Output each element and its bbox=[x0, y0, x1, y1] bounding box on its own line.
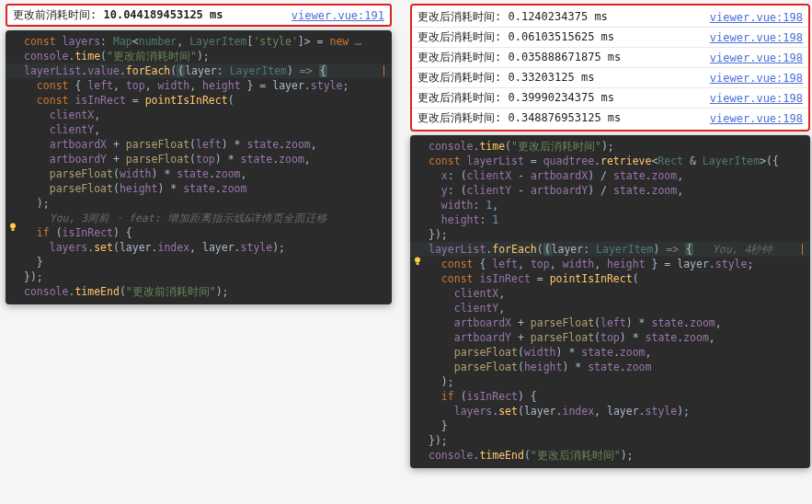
code-line: layerList.forEach((layer: LayerItem) => … bbox=[410, 242, 810, 257]
code-line: parseFloat(width) * state.zoom, bbox=[410, 345, 810, 360]
bulb-icon[interactable] bbox=[7, 222, 18, 233]
code-line: artboardX + parseFloat(left) * state.zoo… bbox=[410, 315, 810, 330]
console-after-row: 更改后消耗时间: 0.348876953125 ms viewer.vue:19… bbox=[412, 109, 808, 128]
code-line: ); bbox=[6, 196, 392, 211]
console-before-source-link[interactable]: viewer.vue:191 bbox=[292, 9, 384, 22]
code-line: const layerList = quadtree.retrieve<Rect… bbox=[410, 154, 810, 168]
code-line: const { left, top, width, height } = lay… bbox=[410, 257, 810, 271]
console-after-row: 更改后消耗时间: 0.33203125 ms viewer.vue:198 bbox=[412, 68, 808, 88]
left-panel: 更改前消耗时间: 10.044189453125 ms viewer.vue:1… bbox=[0, 0, 397, 308]
code-line: parseFloat(width) * state.zoom, bbox=[6, 166, 392, 181]
code-line: } bbox=[410, 418, 810, 433]
console-after-row: 更改后消耗时间: 0.035888671875 ms viewer.vue:19… bbox=[412, 48, 808, 68]
right-panel: 更改后消耗时间: 0.1240234375 ms viewer.vue:198 … bbox=[401, 0, 812, 472]
console-after-source-link[interactable]: viewer.vue:198 bbox=[710, 11, 803, 24]
console-after-text: 更改后消耗时间: 0.39990234375 ms bbox=[417, 90, 614, 106]
console-after-source-link[interactable]: viewer.vue:198 bbox=[710, 72, 803, 85]
code-line: layerList.value.forEach((layer: LayerIte… bbox=[6, 63, 392, 78]
code-line: }); bbox=[410, 433, 810, 448]
console-after-box: 更改后消耗时间: 0.1240234375 ms viewer.vue:198 … bbox=[410, 4, 810, 132]
code-line: console.time("更改后消耗时间"); bbox=[410, 139, 810, 154]
git-blame-annotation: You, 3周前 · feat: 增加距离指示线&详情页全面迁移 bbox=[6, 211, 392, 225]
code-line: parseFloat(height) * state.zoom bbox=[6, 181, 392, 196]
code-line: width: 1, bbox=[410, 198, 810, 212]
console-after-row: 更改后消耗时间: 0.1240234375 ms viewer.vue:198 bbox=[412, 7, 808, 28]
code-line: ); bbox=[410, 374, 810, 389]
code-line: }); bbox=[410, 227, 810, 242]
code-line: console.timeEnd("更改后消耗时间"); bbox=[410, 448, 810, 463]
code-line: const isInRect = pointIsInRect( bbox=[410, 271, 810, 286]
code-line: const isInRect = pointIsInRect( bbox=[6, 93, 392, 108]
console-after-source-link[interactable]: viewer.vue:198 bbox=[710, 112, 803, 125]
code-line: }); bbox=[6, 269, 392, 284]
code-line: clientY, bbox=[410, 301, 810, 315]
code-line: const { left, top, width, height } = lay… bbox=[6, 78, 392, 93]
code-line: layers.set(layer.index, layer.style); bbox=[410, 404, 810, 418]
code-line: artboardY + parseFloat(top) * state.zoom… bbox=[410, 330, 810, 345]
code-line: height: 1 bbox=[410, 212, 810, 227]
code-line: clientX, bbox=[410, 286, 810, 301]
svg-point-0 bbox=[10, 223, 16, 229]
console-after-text: 更改后消耗时间: 0.348876953125 ms bbox=[417, 110, 621, 126]
svg-rect-1 bbox=[12, 229, 15, 232]
console-after-source-link[interactable]: viewer.vue:198 bbox=[710, 52, 803, 64]
code-line: clientX, bbox=[6, 108, 392, 122]
code-line: const layers: Map<number, LayerItem['sty… bbox=[6, 34, 392, 49]
code-line: if (isInRect) { bbox=[6, 225, 392, 240]
svg-point-2 bbox=[415, 258, 420, 263]
console-after-text: 更改后消耗时间: 0.33203125 ms bbox=[417, 70, 594, 86]
code-line: parseFloat(height) * state.zoom bbox=[410, 360, 810, 374]
console-before-text: 更改前消耗时间: 10.044189453125 ms bbox=[13, 7, 223, 23]
code-line: layers.set(layer.index, layer.style); bbox=[6, 240, 392, 255]
console-after-source-link[interactable]: viewer.vue:198 bbox=[710, 31, 803, 44]
console-before-row: 更改前消耗时间: 10.044189453125 ms viewer.vue:1… bbox=[6, 4, 392, 27]
code-line: console.time("更改前消耗时间"); bbox=[6, 49, 392, 63]
console-after-row: 更改后消耗时间: 0.06103515625 ms viewer.vue:198 bbox=[412, 28, 808, 48]
bulb-icon[interactable] bbox=[412, 256, 423, 270]
console-after-text: 更改后消耗时间: 0.035888671875 ms bbox=[417, 50, 621, 65]
code-line: } bbox=[6, 255, 392, 269]
editor-right: console.time("更改后消耗时间"); const layerList… bbox=[410, 135, 810, 468]
code-line: console.timeEnd("更改前消耗时间"); bbox=[6, 284, 392, 299]
code-line: x: (clientX - artboardX) / state.zoom, bbox=[410, 168, 810, 183]
code-line: if (isInRect) { bbox=[410, 389, 810, 404]
code-line: y: (clientY - artboardY) / state.zoom, bbox=[410, 183, 810, 198]
console-after-text: 更改后消耗时间: 0.06103515625 ms bbox=[417, 29, 614, 45]
code-line: artboardY + parseFloat(top) * state.zoom… bbox=[6, 152, 392, 166]
console-after-text: 更改后消耗时间: 0.1240234375 ms bbox=[417, 9, 608, 25]
editor-left: const layers: Map<number, LayerItem['sty… bbox=[6, 30, 392, 304]
code-line: clientY, bbox=[6, 122, 392, 137]
code-line: artboardX + parseFloat(left) * state.zoo… bbox=[6, 137, 392, 152]
git-blame-annotation: You, 4秒钟 bbox=[713, 243, 773, 256]
console-after-row: 更改后消耗时间: 0.39990234375 ms viewer.vue:198 bbox=[412, 88, 808, 109]
svg-rect-3 bbox=[417, 263, 419, 266]
console-after-source-link[interactable]: viewer.vue:198 bbox=[710, 92, 803, 105]
